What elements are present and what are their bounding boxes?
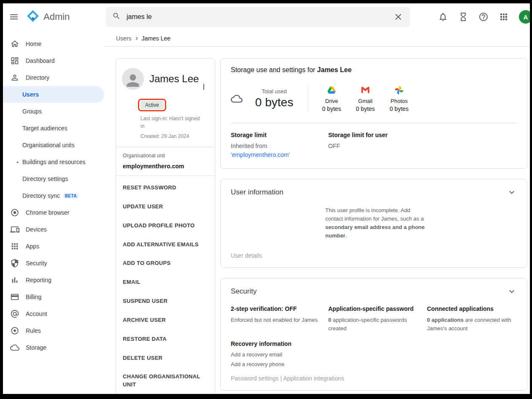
sidebar-item-directory[interactable]: Directory	[3, 69, 104, 86]
sidebar-item-directory-settings[interactable]: Directory settings	[3, 170, 104, 187]
application-integrations-link[interactable]: Application integrations	[283, 375, 344, 382]
last-signin-text: Last sign-in: Hasn't signed in	[140, 115, 204, 130]
incomplete-profile-text: This user profile is incomplete. Add con…	[325, 206, 425, 240]
sidebar-item-label: Billing	[26, 294, 41, 300]
account-avatar[interactable]: A	[519, 10, 530, 24]
sidebar-item-dashboard[interactable]: Dashboard	[3, 52, 104, 69]
sidebar-item-label: Apps	[26, 243, 39, 250]
sidebar-item-storage[interactable]: Storage	[3, 339, 104, 356]
user-information-card: User information This user profile is in…	[220, 179, 527, 268]
action-suspend-user[interactable]: SUSPEND USER	[116, 292, 215, 311]
connected-apps-title: Connected applications	[427, 305, 517, 312]
security-title: Security	[231, 287, 257, 296]
search-bar[interactable]	[105, 7, 410, 27]
sidebar-item-billing[interactable]: Billing	[3, 288, 104, 305]
action-change-organisational-unit[interactable]: CHANGE ORGANISATIONAL UNIT	[116, 367, 215, 394]
apps-icon	[10, 241, 20, 251]
sidebar-item-organisational-units[interactable]: Organisational units	[3, 137, 104, 154]
sidebar-item-label: Dashboard	[26, 57, 55, 64]
sidebar-item-target-audiences[interactable]: Target audiences	[3, 120, 104, 137]
clear-search-icon[interactable]	[393, 12, 403, 22]
user-name: James Lee	[149, 73, 199, 85]
photos-storage: Photos 0 bytes	[382, 86, 416, 112]
sidebar-item-label: Target audiences	[22, 125, 68, 132]
sidebar-item-directory-sync[interactable]: Directory sync BETA	[3, 187, 104, 204]
user-details-link[interactable]: User details	[231, 252, 262, 259]
sidebar-item-label: Devices	[26, 226, 47, 233]
sidebar-item-reporting[interactable]: Reporting	[3, 272, 104, 288]
storage-card-title: Storage use and settings for James Lee	[231, 66, 517, 74]
top-bar: Admin A	[3, 3, 530, 30]
action-add-to-groups[interactable]: ADD TO GROUPS	[116, 254, 215, 273]
action-restore-data[interactable]: RESTORE DATA	[116, 330, 215, 349]
devices-icon	[10, 224, 20, 235]
sidebar-item-rules[interactable]: Rules	[3, 322, 104, 339]
action-add-alternative-emails[interactable]: ADD ALTERNATIVE EMAILS	[116, 235, 215, 254]
cloud-icon	[10, 342, 20, 353]
gmail-storage: Gmail 0 bytes	[348, 86, 382, 112]
sidebar-item-chrome-browser[interactable]: Chrome browser	[3, 204, 104, 221]
chevron-down-icon[interactable]	[507, 187, 517, 197]
text-cursor	[203, 84, 204, 90]
connected-applications-section[interactable]: Connected applications 0 applications ar…	[427, 305, 517, 333]
notifications-bell-icon[interactable]	[438, 12, 448, 22]
user-avatar[interactable]	[122, 68, 144, 90]
brand-title: Admin	[43, 11, 70, 22]
hamburger-menu-icon[interactable]	[9, 12, 19, 22]
add-recovery-phone-link[interactable]: Add a recovery phone	[231, 361, 517, 367]
sidebar-item-security[interactable]: Security	[3, 255, 104, 272]
chrome-icon	[10, 208, 20, 218]
action-upload-profile-photo[interactable]: UPLOAD PROFILE PHOTO	[116, 216, 215, 235]
bar-chart-icon	[10, 275, 20, 285]
sidebar-item-label: Security	[26, 260, 47, 267]
asp-title: Application-specific password	[328, 305, 427, 312]
storage-limit-inherited: Inherited from	[231, 142, 328, 151]
sidebar-item-apps[interactable]: Apps	[3, 238, 104, 255]
user-storage-limit-value: OFF	[328, 142, 388, 151]
session-hourglass-icon[interactable]	[458, 12, 468, 22]
sidebar-item-label: Account	[26, 310, 47, 317]
search-input[interactable]	[127, 13, 393, 21]
chevron-down-icon[interactable]	[507, 286, 517, 297]
service-value: 0 bytes	[382, 105, 416, 112]
storage-title-user-name: James Lee	[317, 66, 352, 73]
expand-arrow-icon[interactable]: ▸	[17, 160, 19, 164]
sidebar-item-account[interactable]: Account	[3, 305, 104, 322]
vertical-divider	[308, 85, 308, 113]
sidebar-item-users[interactable]: Users	[3, 86, 104, 103]
admin-brand: Admin	[27, 10, 70, 24]
apps-grid-icon[interactable]	[499, 12, 509, 22]
sidebar-item-devices[interactable]: Devices	[3, 221, 104, 238]
org-unit-link[interactable]: 'employmenthero.com'	[231, 151, 328, 158]
two-step-verification-section[interactable]: 2-step verification: OFF Enforced but no…	[231, 305, 328, 333]
breadcrumb: Users James Lee	[104, 30, 530, 47]
two-step-desc: Enforced but not enabled for James	[231, 316, 320, 324]
app-specific-password-section[interactable]: Application-specific password 0 applicat…	[328, 305, 427, 333]
action-email[interactable]: EMAIL	[116, 273, 215, 292]
action-delete-user[interactable]: DELETE USER	[116, 349, 215, 368]
person-icon	[10, 73, 20, 83]
sidebar-item-label: Directory settings	[22, 175, 68, 182]
sidebar-item-home[interactable]: Home	[3, 35, 104, 52]
sidebar-item-buildings-and-resources[interactable]: ▸ Buildings and resources	[3, 154, 104, 170]
dashboard-icon	[10, 56, 20, 66]
sidebar-item-groups[interactable]: Groups	[3, 103, 104, 120]
sidebar-item-label: Home	[26, 40, 41, 47]
password-settings-link[interactable]: Password settings	[231, 375, 279, 382]
help-icon[interactable]	[478, 12, 489, 22]
sidebar-item-label: Rules	[26, 327, 41, 334]
total-used-value: 0 bytes	[251, 96, 297, 109]
action-archive-user[interactable]: ARCHIVE USER	[116, 311, 215, 330]
breadcrumb-users-link[interactable]: Users	[116, 35, 132, 42]
beta-badge: BETA	[63, 193, 78, 199]
user-information-title: User information	[231, 188, 284, 197]
asp-desc: 0 application-specific passwords created	[328, 316, 418, 333]
action-reset-password[interactable]: RESET PASSWORD	[116, 178, 215, 197]
sidebar-item-label: Users	[22, 91, 39, 98]
storage-card: Storage use and settings for James Lee T…	[220, 58, 527, 169]
user-profile-card: James Lee Active Last sign-in: Hasn't si…	[116, 58, 215, 394]
sidebar: Home Dashboard Directory Users Groups Ta…	[3, 30, 104, 394]
action-update-user[interactable]: UPDATE USER	[116, 197, 215, 216]
total-used-label: Total used	[251, 88, 297, 94]
add-recovery-email-link[interactable]: Add a recovery email	[231, 351, 517, 358]
